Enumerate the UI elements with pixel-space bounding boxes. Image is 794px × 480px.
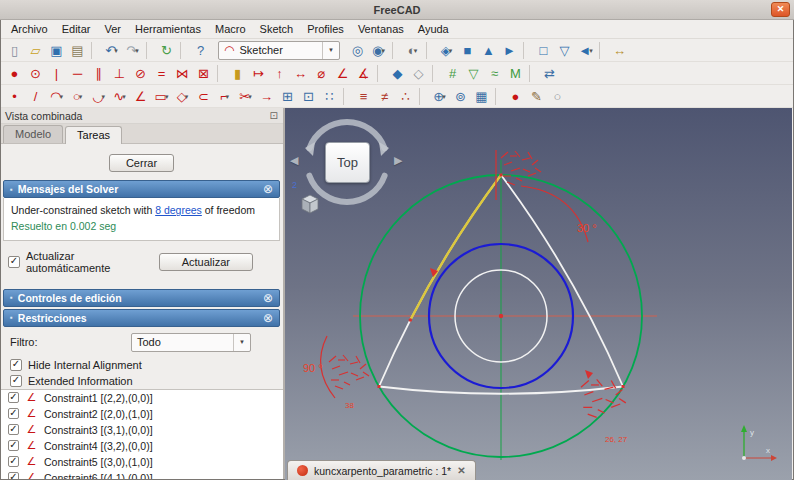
bspline-degree-button[interactable]: # ▾ — [442, 63, 463, 83]
constrain-equal-button[interactable]: = ▾ — [151, 63, 172, 83]
redo-button[interactable]: ↷ ▾ — [122, 40, 143, 60]
constraint-row[interactable]: ∠ Constraint4 [(3,2),(0,0)] — [0, 438, 283, 454]
select-redundant-constraints-button[interactable]: ≡ ▾ — [353, 86, 374, 106]
constrain-coincident-button[interactable]: ● ▾ — [4, 63, 25, 83]
section-collapse-icon[interactable]: ⊗ — [263, 291, 273, 305]
new-file-button[interactable]: ▯ ▾ — [4, 40, 25, 60]
nav-arrow-left-icon[interactable]: ◀ — [290, 154, 298, 167]
fit-all-button[interactable]: ◎ ▾ — [347, 40, 368, 60]
constraint-row[interactable]: ∠ Constraint6 [(4,1),(0,0)] — [0, 470, 283, 480]
constraint-checkbox[interactable] — [8, 408, 19, 419]
create-polygon-button[interactable]: ◇ ▾ — [172, 86, 193, 106]
nav-arrow-right-icon[interactable]: ▶ — [394, 154, 402, 167]
title-bar[interactable]: FreeCAD ✕ — [0, 0, 794, 20]
constrain-horizontal-button[interactable]: ─ ▾ — [67, 63, 88, 83]
menu-item[interactable]: Archivo — [4, 21, 55, 37]
paste-button[interactable]: ▤ ▾ — [67, 40, 88, 60]
leave-sketch-button[interactable]: ○ ▾ — [547, 86, 568, 106]
create-fillet-button[interactable]: ⌐ ▾ — [214, 86, 235, 106]
view-bottom-button[interactable]: ▽ ▾ — [554, 40, 575, 60]
panel-tab[interactable]: Modelo — [3, 125, 63, 143]
trim-edge-button[interactable]: ✂ ▾ — [235, 86, 256, 106]
update-button[interactable]: Actualizar — [159, 253, 253, 271]
menu-item[interactable]: Sketch — [253, 21, 301, 37]
constraint-list[interactable]: ∠ Constraint1 [(2,2),(0,0)] ∠ Constraint… — [0, 389, 283, 480]
measure-distance-button[interactable]: ↔ ▾ — [609, 40, 630, 60]
menu-item[interactable]: Editar — [55, 21, 98, 37]
create-slot-button[interactable]: ⊂ ▾ — [193, 86, 214, 106]
3d-viewport[interactable]: 90 ° 30 ° 38 26, 27 Top ◀ ▶ 2 — [285, 108, 792, 480]
edge-endpoint-marker[interactable] — [409, 318, 413, 322]
angle-dim-90-label[interactable]: 90 ° — [303, 362, 323, 374]
clone-button[interactable]: ⊕ ▾ — [429, 86, 450, 106]
save-file-button[interactable]: ▣ ▾ — [46, 40, 67, 60]
angle-dim-30-label[interactable]: 30 ° — [577, 222, 597, 234]
constraint-cluster-right[interactable] — [581, 379, 626, 417]
toggle-construction-button[interactable]: ∷ ▾ — [319, 86, 340, 106]
create-bspline-button[interactable]: ∿ ▾ — [109, 86, 130, 106]
constrain-parallel-button[interactable]: ∥ ▾ — [88, 63, 109, 83]
nav-cube-top-face[interactable]: Top — [325, 142, 370, 183]
constraint-checkbox[interactable] — [8, 440, 19, 451]
refresh-button[interactable]: ↻ ▾ — [156, 40, 177, 60]
option-checkbox[interactable] — [10, 375, 22, 387]
constraint-cluster-left[interactable] — [329, 355, 369, 389]
constraint-filter-select[interactable]: Todo ▼ — [131, 333, 251, 352]
toggle-active-constraint-button[interactable]: ◇ ▾ — [408, 63, 429, 83]
constraint-checkbox[interactable] — [8, 472, 19, 480]
menu-item[interactable]: Profiles — [300, 21, 351, 37]
bspline-curvature-comb-button[interactable]: ≈ ▾ — [484, 63, 505, 83]
edit-controls-header[interactable]: ▪ Controles de edición ⊗ — [3, 289, 280, 307]
fit-selection-button[interactable]: ◉ ▾ — [368, 40, 389, 60]
view-isometric-button[interactable]: ◈ ▾ — [436, 40, 457, 60]
constrain-distance-x-button[interactable]: ↦ ▾ — [248, 63, 269, 83]
constrain-point-on-object-button[interactable]: ⊙ ▾ — [25, 63, 46, 83]
select-dof-button[interactable]: ∴ ▾ — [395, 86, 416, 106]
view-front-button[interactable]: ■ ▾ — [457, 40, 478, 60]
constrain-radius-button[interactable]: ⌀ ▾ — [311, 63, 332, 83]
section-collapse-icon[interactable]: ⊗ — [263, 311, 273, 325]
view-right-button[interactable]: ► ▾ — [499, 40, 520, 60]
panel-tab[interactable]: Tareas — [65, 126, 122, 144]
constrain-distance-y-button[interactable]: ↑ ▾ — [269, 63, 290, 83]
panel-float-icon[interactable]: ⊡ — [270, 110, 278, 121]
rectangular-array-button[interactable]: ▦ ▾ — [471, 86, 492, 106]
external-geometry-button[interactable]: ⊞ ▾ — [277, 86, 298, 106]
open-file-button[interactable]: ▱ ▾ — [25, 40, 46, 60]
bspline-knot-multiplicity-button[interactable]: M ▾ — [505, 63, 526, 83]
auto-update-checkbox[interactable] — [8, 256, 20, 268]
create-rectangle-button[interactable]: ▭ ▾ — [151, 86, 172, 106]
create-line-button[interactable]: / ▾ — [25, 86, 46, 106]
menu-item[interactable]: Macro — [208, 21, 253, 37]
selected-edge[interactable] — [410, 175, 501, 320]
degrees-of-freedom-link[interactable]: 8 degrees — [155, 204, 202, 216]
chevron-down-icon[interactable]: ▼ — [322, 42, 334, 59]
extend-edge-button[interactable]: → ▾ — [256, 86, 277, 106]
option-checkbox[interactable] — [10, 359, 22, 371]
constrain-refraction-button[interactable]: ∡ ▾ — [353, 63, 374, 83]
copy-button[interactable]: ⊚ ▾ — [450, 86, 471, 106]
workbench-selector[interactable]: ◠ Sketcher ▼ — [218, 41, 340, 60]
origin-point[interactable] — [499, 314, 503, 318]
menu-item[interactable]: Ventanas — [351, 21, 411, 37]
constraint-row[interactable]: ∠ Constraint3 [(3,1),(0,0)] — [0, 422, 283, 438]
draw-style-button[interactable]: ◐ ▾ — [402, 40, 423, 60]
constrain-tangent-button[interactable]: ⊘ ▾ — [130, 63, 151, 83]
create-circle-button[interactable]: ○ ▾ — [67, 86, 88, 106]
constraint-row[interactable]: ∠ Constraint1 [(2,2),(0,0)] — [0, 390, 283, 406]
constrain-block-button[interactable]: ⊠ ▾ — [193, 63, 214, 83]
constrain-lock-button[interactable]: ▮ ▾ — [227, 63, 248, 83]
solver-messages-header[interactable]: ▪ Mensajes del Solver ⊗ — [3, 180, 280, 198]
undo-button[interactable]: ↶ ▾ — [101, 40, 122, 60]
navigation-cluster[interactable]: Top ◀ ▶ 2 — [289, 110, 409, 216]
constraints-header[interactable]: ▪ Restricciones ⊗ — [3, 309, 280, 327]
window-close-button[interactable]: ✕ — [771, 2, 790, 17]
menu-item[interactable]: Herramientas — [128, 21, 208, 37]
bspline-control-polygon-button[interactable]: ▽ ▾ — [463, 63, 484, 83]
nav-mini-cube-icon[interactable] — [301, 194, 319, 214]
constraint-checkbox[interactable] — [8, 424, 19, 435]
angle-dim-90-arc[interactable] — [321, 336, 335, 398]
constraint-checkbox[interactable] — [8, 456, 19, 467]
toggle-driving-constraint-button[interactable]: ◆ ▾ — [387, 63, 408, 83]
vertex-marker-top[interactable] — [500, 174, 503, 177]
